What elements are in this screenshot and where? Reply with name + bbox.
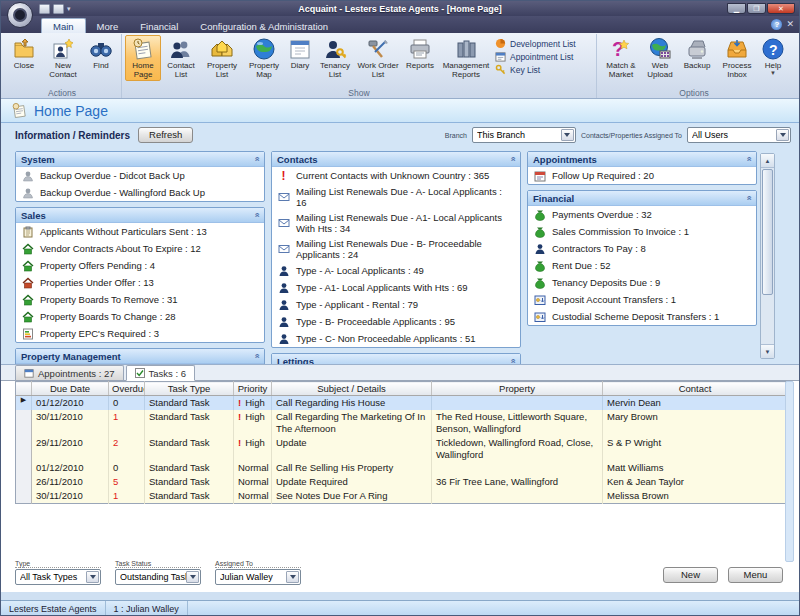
tab-configuration-administration[interactable]: Configuration & Administration: [189, 19, 339, 33]
diary-button[interactable]: Diary: [285, 35, 315, 72]
grid-scrollbar[interactable]: [785, 381, 794, 562]
table-row[interactable]: ▶ 01/12/2010 0 Standard Task !High Call …: [16, 396, 788, 410]
help-button[interactable]: ? Help ▼: [758, 35, 788, 78]
web-upload-button[interactable]: Web Upload: [642, 35, 678, 81]
find-button[interactable]: Find: [84, 35, 118, 72]
reminder-item[interactable]: !Current Contacts with Unknown Country :…: [272, 167, 520, 184]
collapse-pin-icon[interactable]: »: [251, 156, 261, 161]
column-header[interactable]: Due Date: [32, 382, 109, 396]
financial-panel-header[interactable]: Financial»: [528, 191, 756, 206]
column-header[interactable]: Subject / Details: [272, 382, 432, 396]
scroll-up-icon[interactable]: ▲: [761, 154, 774, 168]
reminder-item[interactable]: Vendor Contracts About To Expire : 12: [16, 240, 264, 257]
table-row[interactable]: 30/11/2010 1 Standard Task Normal See No…: [16, 489, 788, 503]
scroll-down-icon[interactable]: ▼: [761, 344, 774, 358]
reminder-item[interactable]: Backup Overdue - Didcot Back Up: [16, 167, 264, 184]
column-header[interactable]: Overdue: [109, 382, 145, 396]
table-row[interactable]: 01/12/2010 0 Standard Task Normal Call R…: [16, 461, 788, 475]
system-panel-header[interactable]: System»: [16, 152, 264, 167]
tab-appointments[interactable]: Appointments : 27: [15, 365, 124, 380]
chevron-down-icon[interactable]: [286, 571, 299, 583]
collapse-pin-icon[interactable]: »: [251, 212, 261, 217]
collapse-pin-icon[interactable]: »: [251, 353, 261, 358]
reminder-item[interactable]: Mailing List Renewals Due - A- Local App…: [272, 184, 520, 210]
appointments-panel-header[interactable]: Appointments»: [528, 152, 756, 167]
menu-button[interactable]: Menu: [728, 567, 783, 583]
tab-tasks[interactable]: Tasks : 6: [126, 365, 196, 381]
table-row[interactable]: 29/11/2010 2 Standard Task !High Update …: [16, 436, 788, 462]
table-row[interactable]: 30/11/2010 1 Standard Task !High Call Re…: [16, 410, 788, 436]
management-reports-button[interactable]: Management Reports: [439, 35, 493, 81]
task-type-select[interactable]: All Task Types: [15, 569, 101, 585]
reminder-item[interactable]: Tenancy Deposits Due : 9: [528, 274, 756, 291]
assigned-to-select[interactable]: All Users: [687, 127, 791, 143]
minimize-button[interactable]: ▁: [727, 3, 746, 14]
scrollbar-thumb[interactable]: [762, 169, 773, 295]
collapse-pin-icon[interactable]: »: [507, 156, 517, 161]
reminder-item[interactable]: Type - A1- Local Applicants With Hts : 6…: [272, 279, 520, 296]
column-header[interactable]: Property: [432, 382, 603, 396]
tenancy-list-button[interactable]: Tenancy List: [315, 35, 355, 81]
key-list-button[interactable]: Key List: [495, 64, 591, 75]
reminder-item[interactable]: Type - C- Non Proceedable Applicants : 5…: [272, 330, 520, 347]
chevron-down-icon[interactable]: [86, 571, 99, 583]
close-ribbon-icon[interactable]: ✕: [786, 19, 794, 30]
column-header[interactable]: Task Type: [145, 382, 234, 396]
chevron-down-icon[interactable]: [776, 129, 789, 141]
appointment-list-button[interactable]: Appointment List: [495, 51, 591, 62]
property-map-button[interactable]: Property Map: [243, 35, 285, 81]
new-button[interactable]: New: [663, 567, 718, 583]
reminder-item[interactable]: Backup Overdue - Wallingford Back Up: [16, 184, 264, 201]
reminder-item[interactable]: Applicants Without Particulars Sent : 13: [16, 223, 264, 240]
reminder-item[interactable]: Property Boards To Change : 28: [16, 308, 264, 325]
reminder-item[interactable]: Payments Overdue : 32: [528, 206, 756, 223]
chevron-down-icon[interactable]: [561, 129, 574, 141]
reminder-item[interactable]: Property Offers Pending : 4: [16, 257, 264, 274]
collapse-pin-icon[interactable]: »: [743, 195, 753, 200]
reminder-item[interactable]: Property EPC's Required : 3: [16, 325, 264, 342]
match-market-button[interactable]: ? Match & Market: [600, 35, 642, 81]
sales-panel-header[interactable]: Sales»: [16, 208, 264, 223]
reminder-item[interactable]: Follow Up Required : 20: [528, 167, 756, 184]
development-list-button[interactable]: Development List: [495, 38, 591, 49]
home-page-button[interactable]: Home Page: [125, 35, 161, 81]
reminder-item[interactable]: Type - B- Proceedable Applicants : 95: [272, 313, 520, 330]
branch-select[interactable]: This Branch: [472, 127, 576, 143]
reminder-item[interactable]: Type - A- Local Applicants : 49: [272, 262, 520, 279]
table-row[interactable]: 26/11/2010 5 Standard Task Normal Update…: [16, 475, 788, 489]
reminder-item[interactable]: Deposit Account Transfers : 1: [528, 291, 756, 308]
reminder-item[interactable]: Mailing List Renewals Due - A1- Local Ap…: [272, 210, 520, 236]
refresh-button[interactable]: Refresh: [138, 127, 193, 143]
contact-list-button[interactable]: Contact List: [161, 35, 201, 81]
panels-scrollbar[interactable]: ▲ ▼: [760, 153, 775, 359]
column-header[interactable]: Priority: [234, 382, 272, 396]
tab-more[interactable]: More: [86, 19, 130, 33]
help-icon[interactable]: ?: [771, 19, 782, 30]
close-button[interactable]: Close: [6, 35, 42, 72]
reminder-item[interactable]: Sales Commission To Invoice : 1: [528, 223, 756, 240]
tab-financial[interactable]: Financial: [129, 19, 189, 33]
reminder-item[interactable]: Custodial Scheme Deposit Transfers : 1: [528, 308, 756, 325]
tab-main[interactable]: Main: [41, 18, 86, 33]
reminder-item[interactable]: Contractors To Pay : 8: [528, 240, 756, 257]
maximize-button[interactable]: ❐: [747, 3, 766, 14]
contacts-panel-header[interactable]: Contacts»: [272, 152, 520, 167]
chevron-down-icon[interactable]: [186, 571, 199, 583]
backup-button[interactable]: Backup: [678, 35, 716, 72]
work-order-list-button[interactable]: Work Order List: [355, 35, 401, 81]
process-inbox-button[interactable]: Process Inbox: [716, 35, 758, 81]
property-management-panel-header[interactable]: Property Management»: [16, 349, 264, 364]
assigned-to-filter-select[interactable]: Julian Walley: [215, 569, 301, 585]
collapse-pin-icon[interactable]: »: [507, 358, 517, 363]
task-status-select[interactable]: Outstanding Tasks: [115, 569, 201, 585]
collapse-pin-icon[interactable]: »: [743, 156, 753, 161]
reports-button[interactable]: Reports: [401, 35, 439, 72]
reminder-item[interactable]: Property Boards To Remove : 31: [16, 291, 264, 308]
reminder-item[interactable]: Type - Applicant - Rental : 79: [272, 296, 520, 313]
column-header[interactable]: Contact: [603, 382, 788, 396]
new-contact-button[interactable]: New Contact: [42, 35, 84, 81]
close-window-button[interactable]: ✕: [767, 3, 795, 14]
reminder-item[interactable]: Properties Under Offer : 13: [16, 274, 264, 291]
reminder-item[interactable]: Rent Due : 52: [528, 257, 756, 274]
reminder-item[interactable]: Mailing List Renewals Due - B- Proceedab…: [272, 236, 520, 262]
